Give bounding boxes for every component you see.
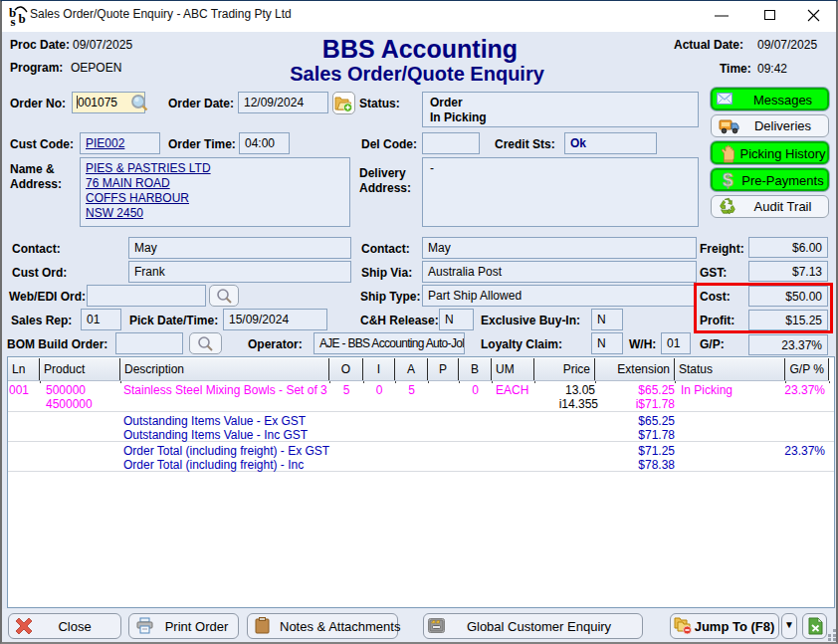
svg-text:s: s [11, 14, 16, 28]
svg-text:b: b [19, 11, 26, 26]
svg-text:$: $ [723, 170, 733, 189]
